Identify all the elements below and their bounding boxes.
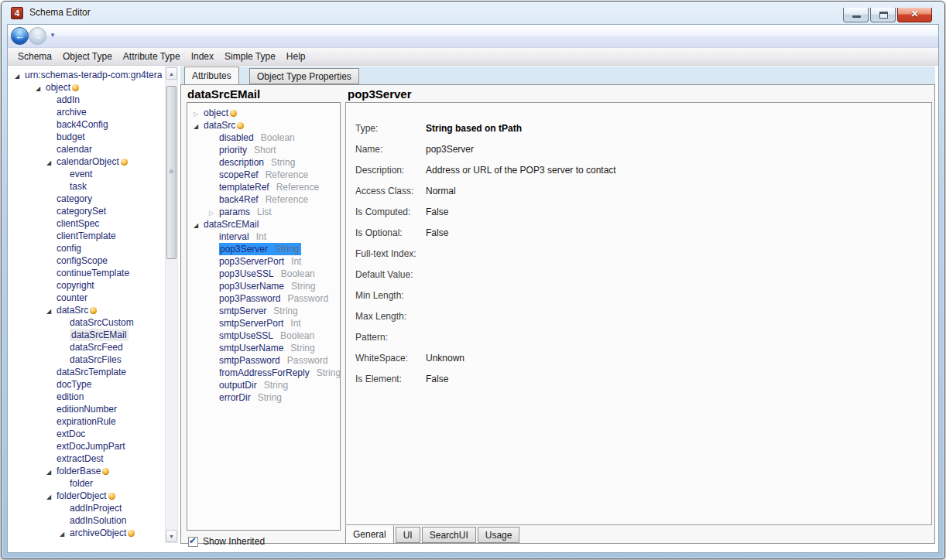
menu-item-simple-type[interactable]: Simple Type: [219, 49, 281, 65]
tree-item[interactable]: dataSrcCustom: [8, 316, 166, 329]
scroll-down-icon[interactable]: ▼: [166, 530, 177, 542]
tab-usage[interactable]: Usage: [478, 527, 520, 543]
tree-item[interactable]: addInSolution: [8, 514, 166, 527]
tree-item[interactable]: back4Config: [8, 118, 166, 131]
attribute-item[interactable]: fromAddressForReplyString: [187, 367, 340, 379]
tree-item[interactable]: configScope: [8, 254, 166, 267]
attribute-item[interactable]: errorDirString: [187, 391, 340, 404]
tree-item[interactable]: dataSrcEMail: [8, 329, 166, 341]
attribute-item[interactable]: ▷object: [187, 107, 340, 119]
tree-item-label: addInProject: [70, 503, 122, 514]
tree-item[interactable]: copyright: [8, 279, 166, 292]
tree-item[interactable]: folder: [8, 477, 166, 490]
menu-item-help[interactable]: Help: [281, 49, 311, 65]
expander-expanded-icon[interactable]: ◢: [46, 157, 57, 168]
expander-expanded-icon[interactable]: ◢: [194, 220, 204, 230]
tree-item[interactable]: ◢calendarObject: [8, 155, 166, 168]
tree-item[interactable]: task: [8, 180, 166, 193]
attribute-item[interactable]: disabledBoolean: [187, 131, 340, 144]
expander-expanded-icon[interactable]: ◢: [46, 491, 57, 502]
attribute-item[interactable]: ◢dataSrcEMail: [187, 218, 340, 230]
back-button[interactable]: ←: [11, 27, 29, 45]
attribute-item[interactable]: pop3ServerString: [187, 243, 340, 255]
tree-item[interactable]: editionNumber: [8, 403, 166, 415]
tree-item[interactable]: continueTemplate: [8, 267, 166, 279]
tree-item[interactable]: config: [8, 242, 166, 254]
attribute-item[interactable]: descriptionString: [187, 156, 340, 169]
attribute-item[interactable]: smtpUseSSLBoolean: [187, 330, 340, 342]
expander-expanded-icon[interactable]: ◢: [46, 306, 57, 316]
title-bar[interactable]: 4 Schema Editor ✕: [2, 2, 944, 24]
tree-item[interactable]: dataSrcFeed: [8, 341, 166, 353]
attribute-item[interactable]: priorityShort: [187, 144, 340, 156]
tab-searchui[interactable]: SearchUI: [422, 527, 476, 543]
tree-item[interactable]: dataSrcFiles: [8, 353, 166, 366]
expander-collapsed-icon[interactable]: ▷: [194, 108, 204, 119]
menu-item-schema[interactable]: Schema: [12, 49, 57, 65]
attribute-item[interactable]: outputDirString: [187, 379, 340, 391]
expander-expanded-icon[interactable]: ◢: [46, 466, 57, 477]
tree-item[interactable]: counter: [8, 292, 166, 304]
attribute-item[interactable]: ▷paramsList: [187, 206, 340, 218]
tree-item[interactable]: clientTemplate: [8, 230, 166, 242]
tree-item[interactable]: extDoc: [8, 428, 166, 440]
tree-item[interactable]: extDocJumpPart: [8, 440, 166, 452]
tree-item[interactable]: category: [8, 193, 166, 205]
tree-item[interactable]: extractDest: [8, 452, 166, 465]
attribute-item[interactable]: pop3UseSSLBoolean: [187, 268, 340, 280]
tree-item[interactable]: ◢object: [8, 81, 166, 94]
tree-item[interactable]: dataSrcTemplate: [8, 366, 166, 378]
tree-item[interactable]: archive: [8, 106, 166, 118]
tree-item[interactable]: ◢dataSrc: [8, 304, 166, 316]
tree-item-label: dataSrcTemplate: [57, 367, 126, 377]
expander-expanded-icon[interactable]: ◢: [36, 83, 46, 94]
tree-item[interactable]: ◢folderBase: [8, 465, 166, 477]
expander-expanded-icon[interactable]: ◢: [60, 528, 70, 539]
attribute-item[interactable]: ◢dataSrc: [187, 119, 340, 131]
tab-ui[interactable]: UI: [396, 527, 420, 543]
attribute-item[interactable]: smtpUserNameString: [187, 342, 340, 354]
tab-object-type-properties[interactable]: Object Type Properties: [249, 68, 359, 84]
menu-item-index[interactable]: Index: [186, 49, 219, 65]
tree-item[interactable]: edition: [8, 391, 166, 403]
tab-general[interactable]: General: [345, 525, 394, 544]
attribute-item[interactable]: pop3UserNameString: [187, 280, 340, 292]
attribute-item[interactable]: smtpPasswordPassword: [187, 354, 340, 367]
show-inherited-checkbox[interactable]: ✔: [188, 537, 198, 547]
tree-item[interactable]: expirationRule: [8, 415, 166, 428]
menu-item-attribute-type[interactable]: Attribute Type: [118, 49, 186, 65]
tree-item[interactable]: ◢folderObject: [8, 490, 166, 502]
tree-item[interactable]: budget: [8, 131, 166, 143]
close-button[interactable]: ✕: [897, 8, 932, 22]
scroll-up-icon[interactable]: ▲: [166, 67, 177, 80]
attribute-item[interactable]: pop3PasswordPassword: [187, 292, 340, 305]
tree-item[interactable]: ◢archiveObject: [8, 527, 166, 539]
history-dropdown-button[interactable]: ▼: [50, 32, 56, 39]
tree-item[interactable]: categorySet: [8, 205, 166, 217]
tree-item[interactable]: event: [8, 168, 166, 180]
tree-item[interactable]: calendar: [8, 143, 166, 155]
scrollbar-thumb[interactable]: ≡: [166, 86, 177, 259]
property-label: Description:: [355, 165, 425, 186]
tree-item[interactable]: addInProject: [8, 502, 166, 514]
attribute-item[interactable]: scopeRefReference: [187, 169, 340, 181]
menu-item-object-type[interactable]: Object Type: [57, 49, 118, 65]
expander-expanded-icon[interactable]: ◢: [15, 70, 25, 81]
tree-item[interactable]: ◢urn:schemas-teradp-com:gn4tera: [8, 69, 166, 81]
tree-item[interactable]: addIn: [8, 94, 166, 106]
attribute-item[interactable]: smtpServerPortInt: [187, 317, 340, 330]
attribute-item[interactable]: back4RefReference: [187, 193, 340, 206]
attribute-item[interactable]: pop3ServerPortInt: [187, 255, 340, 268]
minimize-button[interactable]: [843, 8, 869, 22]
attribute-item[interactable]: smtpServerString: [187, 305, 340, 317]
forward-button[interactable]: →: [29, 27, 46, 45]
tree-item[interactable]: clientSpec: [8, 217, 166, 230]
attribute-item[interactable]: intervalInt: [187, 230, 340, 243]
tab-attributes[interactable]: Attributes: [184, 67, 239, 84]
tree-item[interactable]: docType: [8, 378, 166, 391]
schema-tree-scrollbar[interactable]: ▲ ≡ ▼: [165, 67, 178, 543]
maximize-button[interactable]: [870, 8, 896, 22]
expander-expanded-icon[interactable]: ◢: [194, 121, 204, 131]
expander-collapsed-icon[interactable]: ▷: [209, 207, 219, 218]
attribute-item[interactable]: templateRefReference: [187, 181, 340, 193]
